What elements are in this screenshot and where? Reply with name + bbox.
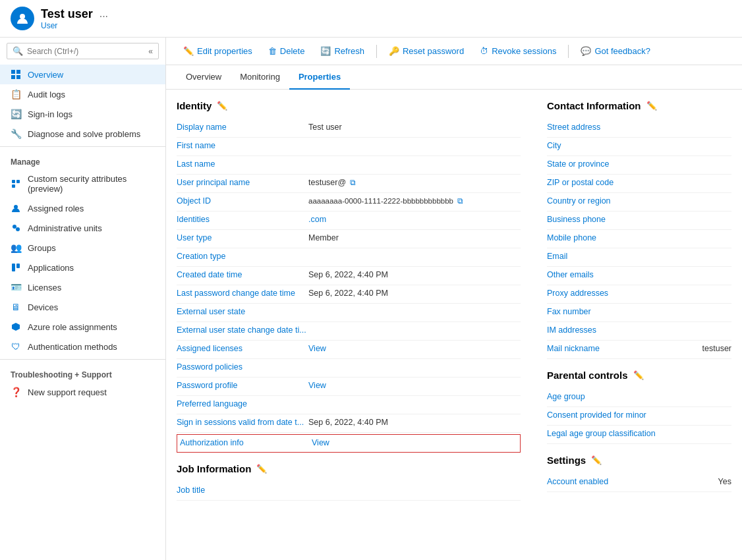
reset-password-button[interactable]: 🔑 Reset password [382, 43, 471, 59]
feedback-button[interactable]: 💬 Got feedback? [574, 43, 657, 59]
diagnose-icon: 🔧 [11, 128, 21, 139]
prop-identities: Identities .com [177, 211, 521, 230]
contact-mail-nickname: Mail nickname testuser [547, 341, 731, 359]
svg-rect-1 [11, 70, 15, 74]
prop-authorization-info: Authorization info View [177, 434, 521, 453]
sidebar-item-applications[interactable]: Applications [0, 258, 165, 277]
prop-last-pw-change: Last password change date time Sep 6, 20… [177, 285, 521, 304]
sidebar-item-diagnose[interactable]: 🔧 Diagnose and solve problems [0, 124, 165, 144]
sidebar-item-audit-logs[interactable]: 📋 Audit logs [0, 84, 165, 104]
search-box[interactable]: 🔍 « [7, 43, 159, 59]
separator-1 [376, 45, 377, 58]
authorization-info-link[interactable]: View [312, 438, 329, 447]
svg-point-10 [16, 227, 20, 231]
tab-bar: Overview Monitoring Properties [166, 65, 742, 90]
sidebar-item-licenses[interactable]: 🪪 Licenses [0, 277, 165, 297]
sidebar-label-audit-logs: Audit logs [28, 90, 65, 99]
sidebar: 🔍 « Overview 📋 Audit logs 🔄 Sign-in logs… [0, 38, 166, 560]
svg-rect-11 [12, 264, 15, 271]
contact-edit-icon[interactable]: ✏️ [646, 101, 657, 111]
sidebar-item-custom-security[interactable]: Custom security attributes (preview) [0, 169, 165, 198]
prop-display-name: Display name Test user [177, 119, 521, 138]
assigned-roles-icon [11, 203, 21, 213]
user-avatar [11, 7, 34, 30]
settings-account-enabled: Account enabled Yes [547, 474, 731, 492]
sidebar-item-signin-logs[interactable]: 🔄 Sign-in logs [0, 104, 165, 124]
sidebar-label-overview: Overview [28, 70, 63, 80]
sidebar-item-groups[interactable]: 👥 Groups [0, 238, 165, 258]
svg-rect-12 [16, 264, 20, 268]
sidebar-item-auth-methods[interactable]: 🛡 Authentication methods [0, 337, 165, 356]
properties-panel: Identity ✏️ Display name Test user First… [166, 90, 742, 560]
sidebar-item-devices[interactable]: 🖥 Devices [0, 297, 165, 317]
prop-external-state: External user state [177, 304, 521, 322]
svg-point-9 [13, 225, 16, 229]
user-subtitle: User [41, 21, 108, 30]
search-icon: 🔍 [13, 46, 23, 56]
contact-im: IM addresses [547, 322, 731, 341]
prop-job-title: Job title [177, 482, 521, 501]
contact-state: State or province [547, 156, 731, 175]
sidebar-label-applications: Applications [28, 263, 74, 273]
settings-edit-icon[interactable]: ✏️ [591, 455, 602, 465]
tab-monitoring[interactable]: Monitoring [231, 65, 289, 90]
refresh-button[interactable]: 🔄 Refresh [314, 43, 371, 59]
contact-proxy-addresses: Proxy addresses [547, 285, 731, 304]
sidebar-label-new-support: New support request [28, 387, 107, 397]
contact-fax: Fax number [547, 304, 731, 322]
contact-street: Street address [547, 119, 731, 138]
devices-icon: 🖥 [11, 302, 21, 312]
revoke-sessions-button[interactable]: ⏱ Revoke sessions [473, 43, 563, 59]
parental-controls-edit-icon[interactable]: ✏️ [633, 370, 644, 380]
prop-upn: User principal name testuser@ ⧉ [177, 175, 521, 193]
overview-icon [11, 69, 21, 80]
prop-creation-type: Creation type [177, 248, 521, 267]
support-icon: ❓ [11, 387, 21, 397]
toolbar: ✏️ Edit properties 🗑 Delete 🔄 Refresh 🔑 … [166, 38, 742, 65]
left-column: Identity ✏️ Display name Test user First… [177, 100, 521, 549]
job-info-title: Job Information [177, 463, 251, 474]
edit-properties-button[interactable]: ✏️ Edit properties [177, 43, 259, 59]
contact-zip: ZIP or postal code [547, 175, 731, 193]
contact-email: Email [547, 248, 731, 267]
prop-preferred-lang: Preferred language [177, 396, 521, 414]
sidebar-item-admin-units[interactable]: Administrative units [0, 218, 165, 238]
tab-properties[interactable]: Properties [289, 65, 350, 90]
manage-section-label: Manage [0, 150, 165, 169]
revoke-icon: ⏱ [480, 46, 488, 56]
sidebar-item-new-support[interactable]: ❓ New support request [0, 382, 165, 402]
sidebar-label-custom-security: Custom security attributes (preview) [28, 174, 155, 194]
sidebar-item-overview[interactable]: Overview [0, 65, 165, 84]
sidebar-label-signin-logs: Sign-in logs [28, 109, 72, 119]
svg-rect-6 [16, 180, 20, 183]
azure-roles-icon [11, 322, 21, 332]
copy-upn-icon[interactable]: ⧉ [350, 178, 356, 187]
sidebar-label-assigned-roles: Assigned roles [28, 204, 84, 213]
more-button[interactable]: ... [100, 8, 108, 20]
collapse-icon[interactable]: « [148, 47, 153, 56]
identities-link[interactable]: .com [308, 215, 326, 224]
tab-overview[interactable]: Overview [177, 65, 231, 90]
delete-icon: 🗑 [268, 46, 277, 56]
page-header: Test user ... User [0, 0, 742, 38]
edit-icon: ✏️ [183, 46, 194, 56]
job-info-edit-icon[interactable]: ✏️ [256, 464, 267, 474]
feedback-icon: 💬 [581, 46, 591, 56]
delete-button[interactable]: 🗑 Delete [262, 43, 312, 59]
svg-rect-2 [16, 70, 20, 74]
reset-icon: 🔑 [389, 46, 399, 56]
assigned-licenses-link[interactable]: View [308, 344, 326, 353]
contact-title: Contact Information [547, 100, 641, 111]
main-content: ✏️ Edit properties 🗑 Delete 🔄 Refresh 🔑 … [166, 38, 742, 560]
sidebar-item-assigned-roles[interactable]: Assigned roles [0, 198, 165, 218]
copy-objectid-icon[interactable]: ⧉ [457, 196, 463, 206]
sidebar-item-azure-roles[interactable]: Azure role assignments [0, 317, 165, 337]
prop-signin-sessions: Sign in sessions valid from date t... Se… [177, 414, 521, 433]
search-input[interactable] [27, 47, 144, 56]
prop-external-state-change: External user state change date ti... [177, 322, 521, 341]
identity-edit-icon[interactable]: ✏️ [217, 101, 227, 111]
password-profile-link[interactable]: View [308, 381, 326, 390]
sidebar-label-groups: Groups [28, 243, 56, 253]
svg-rect-7 [12, 184, 15, 188]
sidebar-label-diagnose: Diagnose and solve problems [28, 129, 140, 139]
